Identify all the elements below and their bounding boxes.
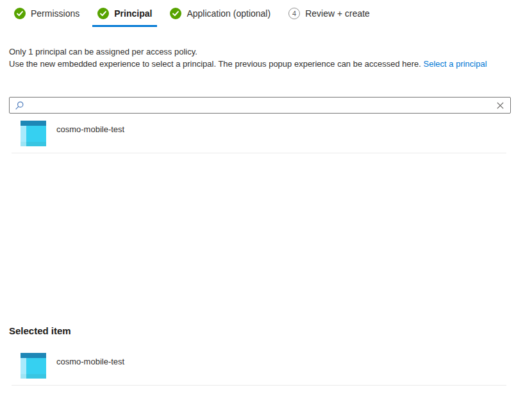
principal-search-box	[9, 97, 511, 114]
tab-label: Review + create	[305, 8, 370, 19]
tab-label: Application (optional)	[187, 8, 270, 19]
select-a-principal-link[interactable]: Select a principal	[424, 59, 487, 69]
selected-item-row: cosmo-mobile-test	[0, 353, 532, 379]
selected-principal-name: cosmo-mobile-test	[56, 353, 124, 366]
selected-item-heading: Selected item	[9, 325, 532, 336]
application-icon	[21, 353, 46, 379]
principal-description: Only 1 principal can be assigned per acc…	[9, 46, 523, 70]
close-icon	[496, 101, 504, 110]
description-line1: Only 1 principal can be assigned per acc…	[9, 46, 523, 58]
wizard-tabbar: Permissions Principal Application (optio…	[0, 0, 532, 27]
check-circle-icon	[97, 8, 109, 19]
tab-label: Permissions	[31, 8, 79, 19]
tab-application-optional[interactable]: Application (optional)	[165, 6, 276, 27]
check-circle-icon	[170, 8, 181, 19]
principal-result-row[interactable]: cosmo-mobile-test	[0, 121, 532, 146]
tab-label: Principal	[114, 8, 152, 19]
search-input[interactable]	[28, 98, 490, 113]
divider	[12, 153, 506, 153]
clear-search-button[interactable]	[490, 98, 510, 113]
tab-principal[interactable]: Principal	[92, 6, 157, 27]
tab-permissions[interactable]: Permissions	[9, 6, 85, 27]
divider	[12, 385, 506, 386]
application-icon	[21, 121, 46, 146]
step-number-icon: 4	[288, 8, 300, 19]
description-line2: Use the new embedded experience to selec…	[9, 58, 523, 70]
check-circle-icon	[14, 8, 26, 19]
search-icon	[15, 101, 24, 110]
tab-review-create[interactable]: 4 Review + create	[283, 6, 375, 27]
principal-name: cosmo-mobile-test	[56, 121, 124, 134]
